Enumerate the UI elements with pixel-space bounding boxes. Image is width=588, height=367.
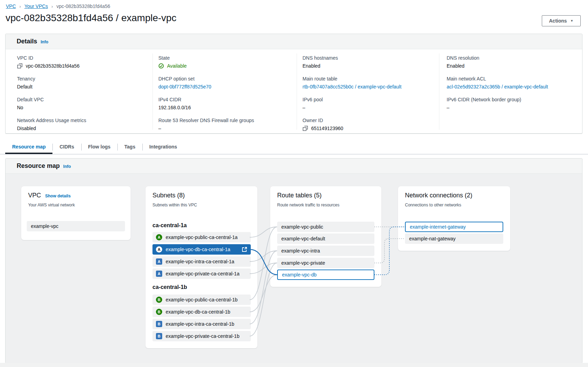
subnet-item[interactable]: Aexample-vpc-private-ca-central-1a — [152, 268, 251, 279]
tab-flow-logs[interactable]: Flow logs — [81, 140, 118, 154]
subnet-item[interactable]: Aexample-vpc-db-ca-central-1a — [152, 244, 251, 255]
route-table-item[interactable]: example-vpc-db — [277, 270, 374, 280]
details-field: DNS resolutionEnabled — [447, 54, 575, 70]
details-field: Owner ID651149123960 — [303, 117, 431, 132]
vpc-column-card: VPC Show details Your AWS virtual networ… — [21, 186, 131, 240]
details-field: Route 53 Resolver DNS Firewall rule grou… — [158, 117, 287, 132]
details-field-text: Enabled — [447, 62, 464, 70]
details-panel-header: Details Info — [6, 34, 582, 49]
details-field-value: Enabled — [447, 62, 575, 70]
details-field-text: Disabled — [17, 125, 36, 132]
az-square-badge: A — [156, 258, 162, 265]
az-square-badge: B — [156, 333, 162, 339]
details-field-value: acl-02e5d92327a2c365b / example-vpc-defa… — [447, 83, 575, 91]
status-available-icon — [158, 63, 164, 69]
resource-map-title: Resource map — [17, 162, 60, 170]
column-divider — [297, 53, 297, 130]
details-field-link[interactable]: dopt-0bf772ff87d525e70 — [158, 83, 211, 91]
subnet-item-label: example-vpc-intra-ca-central-1b — [166, 321, 234, 327]
details-field-value: 192.168.0.0/16 — [158, 104, 287, 111]
subnet-item[interactable]: Bexample-vpc-public-ca-central-1b — [152, 295, 251, 305]
chevron-down-icon: ▼ — [570, 19, 573, 23]
breadcrumb-item[interactable]: VPC — [6, 3, 16, 9]
subnet-item[interactable]: Bexample-vpc-db-ca-central-1b — [152, 307, 251, 317]
details-field-value: – — [447, 104, 575, 111]
route-tables-card-title: Route tables (5) — [277, 192, 322, 199]
breadcrumb: VPC›Your VPCs›vpc-082b35328b1fd4a56 — [6, 3, 110, 9]
route-table-item[interactable]: example-vpc-private — [277, 258, 374, 268]
network-card-title: Network connections (2) — [405, 192, 472, 199]
external-link-icon[interactable] — [242, 247, 247, 252]
route-table-item[interactable]: example-vpc-default — [277, 233, 374, 244]
network-connection-item[interactable]: example-nat-gateway — [405, 233, 503, 244]
subnet-item[interactable]: Aexample-vpc-public-ca-central-1a — [152, 232, 251, 242]
subnet-item-label: example-vpc-db-ca-central-1a — [166, 247, 230, 252]
details-field-value: rtb-0fb7407a8cc525b0c / example-vpc-defa… — [303, 83, 431, 91]
details-field-label: VPC ID — [17, 54, 146, 61]
subnets-column-card: Subnets (8) Subnets within this VPC ca-c… — [146, 186, 257, 348]
vpc-card-subtitle: Your AWS virtual network — [28, 203, 75, 207]
details-field-value: Default — [17, 83, 146, 91]
details-field: DNS hostnamesEnabled — [303, 54, 431, 70]
vpc-show-details-link[interactable]: Show details — [45, 194, 71, 198]
subnet-item[interactable]: Bexample-vpc-private-ca-central-1b — [152, 331, 251, 341]
details-field-value: – — [303, 104, 431, 111]
tab-integrations[interactable]: Integrations — [142, 140, 184, 154]
availability-zone-header: ca-central-1a — [152, 222, 187, 229]
details-field-label: IPv4 CIDR — [158, 96, 287, 103]
network-connection-item[interactable]: example-internet-gateway — [405, 222, 503, 232]
vpc-details-page: VPC›Your VPCs›vpc-082b35328b1fd4a56 vpc-… — [0, 0, 588, 367]
network-card-subtitle: Connections to other networks — [405, 203, 461, 207]
details-field-link[interactable]: rtb-0fb7407a8cc525b0c / example-vpc-defa… — [303, 83, 401, 91]
az-circle-badge: B — [156, 309, 162, 315]
resource-map-info-link[interactable]: Info — [63, 164, 71, 169]
copy-icon[interactable] — [17, 63, 23, 69]
details-field-text: Default — [17, 83, 32, 91]
subnet-item-label: example-vpc-db-ca-central-1b — [166, 309, 230, 315]
details-field-text: 192.168.0.0/16 — [158, 104, 191, 111]
column-divider — [439, 53, 439, 130]
subnet-item-label: example-vpc-public-ca-central-1b — [166, 297, 238, 302]
details-field-text: – — [303, 104, 305, 111]
details-field: StateAvailable — [158, 54, 287, 70]
details-field-value: vpc-082b35328b1fd4a56 — [17, 62, 146, 70]
resource-map-panel: Resource map Info VPC Show details Your … — [5, 158, 582, 363]
tab-bar: Resource mapCIDRsFlow logsTagsIntegratio… — [5, 140, 184, 154]
details-field-label: IPv6 CIDR (Network border group) — [447, 96, 575, 103]
route-tables-card-subtitle: Route network traffic to resources — [277, 203, 339, 207]
tab-cidrs[interactable]: CIDRs — [52, 140, 81, 154]
details-field: TenancyDefault — [17, 75, 146, 91]
details-field-text: Enabled — [303, 62, 320, 70]
details-panel: Details Info VPC IDvpc-082b35328b1fd4a56… — [5, 34, 582, 134]
subnet-item[interactable]: Aexample-vpc-intra-ca-central-1a — [152, 256, 251, 267]
copy-icon[interactable] — [303, 126, 308, 131]
tab-tags[interactable]: Tags — [117, 140, 142, 154]
details-field: IPv6 CIDR (Network border group)– — [447, 96, 575, 111]
az-circle-badge: A — [156, 234, 162, 240]
route-table-item[interactable]: example-vpc-intra — [277, 246, 374, 256]
subnet-item[interactable]: Bexample-vpc-intra-ca-central-1b — [152, 319, 251, 329]
details-field-text: – — [158, 125, 161, 132]
details-column: StateAvailableDHCP option setdopt-0bf772… — [158, 54, 287, 138]
breadcrumb-item[interactable]: Your VPCs — [24, 3, 48, 9]
page-title: vpc-082b35328b1fd4a56 / example-vpc — [6, 12, 176, 24]
details-field: IPv4 CIDR192.168.0.0/16 — [158, 96, 287, 111]
details-field: Network Address Usage metricsDisabled — [17, 117, 146, 132]
details-info-link[interactable]: Info — [41, 40, 48, 44]
details-field: IPv6 pool– — [303, 96, 431, 111]
breadcrumb-separator-icon: › — [19, 4, 21, 9]
details-field-label: Main network ACL — [447, 75, 575, 82]
tab-resource-map[interactable]: Resource map — [5, 140, 52, 154]
subnet-item-label: example-vpc-private-ca-central-1b — [166, 333, 239, 339]
resource-map-header: Resource map Info — [6, 159, 582, 174]
details-field-label: Owner ID — [303, 117, 431, 124]
details-field-value: dopt-0bf772ff87d525e70 — [158, 83, 287, 91]
actions-button[interactable]: Actions ▼ — [542, 15, 581, 26]
details-field-text: No — [17, 104, 23, 111]
details-field-link[interactable]: acl-02e5d92327a2c365b / example-vpc-defa… — [447, 83, 548, 91]
details-field-label: DNS resolution — [447, 54, 575, 61]
details-field-label: DNS hostnames — [303, 54, 431, 61]
route-table-item[interactable]: example-vpc-public — [277, 222, 374, 232]
subnet-item-label: example-vpc-public-ca-central-1a — [166, 234, 238, 240]
vpc-item[interactable]: example-vpc — [27, 221, 125, 231]
